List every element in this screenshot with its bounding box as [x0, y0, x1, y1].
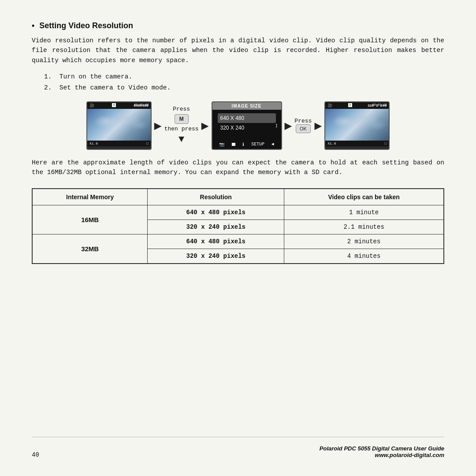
resolution-table: Internal Memory Resolution Video clips c… [32, 188, 444, 264]
menu-bottom-icons: 📷 ⯀ ℹ SETUP ◄ [212, 142, 281, 147]
cam2-bottom-bar: X1.0 □ [325, 141, 389, 146]
footer-brand-text: Polaroid PDC 5055 Digital Camera User Gu… [320, 445, 444, 452]
cell-4min: 4 minutes [284, 249, 444, 263]
press-label-1: Press [173, 106, 190, 112]
cam1-mode-indicator: □ [146, 141, 149, 145]
menu-icon-camera: 📷 [219, 142, 224, 147]
cam2-mode-indicator: □ [384, 141, 387, 145]
menu-screen: IMAGE SIZE 640 X 480 320 X 240 ↕ 📷 ⯀ ℹ S… [212, 101, 282, 150]
step-2: 2. Set the camera to Video mode. [44, 82, 444, 93]
cam1-time: 00:00:09 [134, 103, 149, 107]
cam2-video-icon: 🎥 [327, 103, 332, 108]
cell-640-2: 640 x 480 pixels [148, 234, 284, 249]
footer-url: www.polaroid-digital.com [320, 452, 444, 458]
camera-after: 🎥 🅰 320 X 240 00:01:02 X1.0 □ [324, 101, 390, 150]
th-memory: Internal Memory [33, 189, 148, 205]
cell-320-2: 320 x 240 pixels [148, 249, 284, 263]
cam2-clouds [325, 109, 389, 141]
arrow-2: ▶ [201, 118, 209, 133]
then-press-label: then press [164, 126, 199, 132]
menu-item-640: 640 X 480 [218, 113, 276, 123]
arrow-down-icon: ▼ [178, 134, 184, 145]
table-header-row: Internal Memory Resolution Video clips c… [33, 189, 444, 205]
title-text: Setting Video Resolution [39, 21, 133, 30]
menu-items-list: 640 X 480 320 X 240 [212, 110, 281, 136]
cam1-video-icon: 🎥 [89, 103, 94, 108]
press-ok-block: Press OK [294, 118, 312, 133]
cam1-zoom: X1.0 [89, 141, 98, 145]
page-number: 40 [32, 451, 39, 458]
body-paragraph-2: Here are the approximate length of video… [32, 158, 444, 178]
footer: 40 Polaroid PDC 5055 Digital Camera User… [32, 437, 444, 458]
cam2-zoom: X1.0 [327, 141, 336, 145]
bullet-icon: • [32, 21, 34, 30]
arrow-4: ▶ [314, 118, 322, 133]
cell-16mb: 16MB [33, 205, 148, 234]
table-head: Internal Memory Resolution Video clips c… [33, 189, 444, 205]
menu-icon-grid: ⯀ [231, 142, 236, 147]
cam2-time: 00:01:02 [372, 103, 387, 107]
camera-before: 🎥 🅰 640X480 00:00:09 X1.0 □ [86, 101, 152, 150]
menu-title: IMAGE SIZE [212, 102, 281, 110]
m-button: M [175, 114, 189, 124]
th-clips: Video clips can be taken [284, 189, 444, 205]
arrow-3: ▶ [285, 118, 292, 133]
footer-brand-block: Polaroid PDC 5055 Digital Camera User Gu… [320, 445, 444, 458]
cell-2min: 2 minutes [284, 234, 444, 249]
table-body: 16MB 640 x 480 pixels 1 minute 320 x 240… [33, 205, 444, 263]
cell-32mb: 32MB [33, 234, 148, 263]
scroll-indicator: ↕ [275, 122, 278, 129]
press-m-block: Press M then press ▼ [164, 106, 199, 145]
press-label-2: Press [294, 118, 312, 124]
menu-icon-setup: SETUP [251, 142, 264, 147]
section-title: • Setting Video Resolution [32, 21, 444, 30]
menu-icon-back: ◄ [271, 142, 274, 147]
menu-icon-info: ℹ [242, 142, 244, 147]
arrow-1: ▶ [154, 118, 162, 133]
cell-2-1min: 2.1 minutes [284, 219, 444, 234]
cam2-image [325, 109, 389, 141]
cam2-mode-icon: 🅰 [348, 103, 352, 108]
menu-item-320: 320 X 240 [218, 123, 276, 133]
steps-list: 1. Turn on the camera. 2. Set the camera… [32, 71, 444, 93]
th-resolution: Resolution [148, 189, 284, 205]
cam1-bottom-bar: X1.0 □ [87, 141, 151, 146]
ok-button: OK [296, 124, 311, 133]
step-1: 1. Turn on the camera. [44, 71, 444, 82]
cam1-image [87, 109, 151, 141]
table-row: 32MB 640 x 480 pixels 2 minutes [33, 234, 444, 249]
body-paragraph-1: Video resolution refers to the number of… [32, 36, 444, 65]
page: • Setting Video Resolution Video resolut… [0, 0, 476, 476]
cell-1min: 1 minute [284, 205, 444, 219]
table: Internal Memory Resolution Video clips c… [32, 189, 444, 264]
cell-320-1: 320 x 240 pixels [148, 219, 284, 234]
table-row: 16MB 640 x 480 pixels 1 minute [33, 205, 444, 219]
cell-640-1: 640 x 480 pixels [148, 205, 284, 219]
cam1-mode-icon: 🅰 [112, 103, 116, 108]
diagram: 🎥 🅰 640X480 00:00:09 X1.0 □ ▶ Press M th… [32, 101, 444, 150]
cam1-clouds [87, 109, 151, 141]
